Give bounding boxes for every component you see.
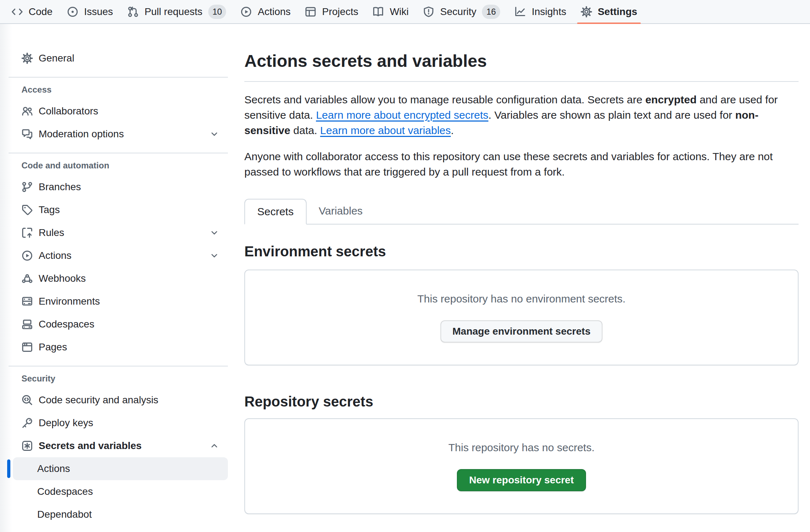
sidebar-item-label: General [39,53,74,64]
page-title: Actions secrets and variables [244,50,799,72]
sidebar-item-label: Environments [39,296,100,307]
sidebar-item-label: Dependabot [37,509,92,520]
paragraph-text: . [451,124,454,136]
tag-icon [21,204,33,216]
sidebar-item-label: Pages [39,341,67,353]
sidebar-item-rules[interactable]: Rules [13,221,228,244]
sidebar-item-dependabot-sub[interactable]: Dependabot [13,503,228,526]
repository-secrets-heading: Repository secrets [244,393,799,410]
sidebar-divider [9,366,228,366]
learn-more-encrypted-secrets-link[interactable]: Learn more about encrypted secrets [316,109,488,121]
webhook-icon [21,273,33,284]
sidebar-item-label: Moderation options [39,128,124,140]
nav-tab-label: Security [440,6,476,18]
secrets-variables-tabs: SecretsVariables [244,198,799,225]
server-icon [21,296,33,307]
count-badge: 10 [208,5,226,19]
sidebar-item-label: Deploy keys [39,417,93,429]
sidebar-item-codespaces-sub[interactable]: Codespaces [13,480,228,503]
gear-icon [581,6,592,18]
git-pull-request-icon [127,6,139,18]
secrets-icon [21,440,33,452]
paragraph-text: data. [290,124,320,136]
sidebar-item-branches[interactable]: Branches [13,176,228,198]
sidebar-section-title-access: Access [13,80,228,98]
sidebar-item-code-security-and-analysis[interactable]: Code security and analysis [13,389,228,412]
learn-more-variables-link[interactable]: Learn more about variables [320,124,451,136]
sidebar-item-label: Branches [39,181,81,193]
sidebar-item-collaborators[interactable]: Collaborators [13,100,228,123]
environment-secrets-empty-text: This repository has no environment secre… [245,291,798,307]
sidebar-item-pages[interactable]: Pages [13,336,228,359]
new-repository-secret-button[interactable]: New repository secret [457,469,586,491]
sidebar-item-label: Codespaces [39,319,94,330]
sidebar-item-environments[interactable]: Environments [13,290,228,313]
sidebar-item-moderation-options[interactable]: Moderation options [13,123,228,146]
nav-tab-label: Code [29,6,53,18]
environment-secrets-empty-box: This repository has no environment secre… [244,270,799,365]
sidebar-item-actions-sub[interactable]: Actions [13,457,228,480]
people-icon [21,105,33,117]
nav-tab-code[interactable]: Code [6,0,58,23]
repository-secrets-empty-box: This repository has no secrets. New repo… [244,418,799,514]
play-icon [240,6,252,18]
repository-secrets-empty-text: This repository has no secrets. [245,440,798,455]
nav-tab-pull-requests[interactable]: Pull requests10 [122,0,232,23]
sidebar-item-webhooks[interactable]: Webhooks [13,267,228,290]
tab-secrets[interactable]: Secrets [244,199,307,225]
chevron-down-icon [209,129,219,139]
sidebar-item-label: Actions [37,463,70,474]
table-icon [305,6,316,18]
sidebar-item-tags[interactable]: Tags [13,198,228,221]
sidebar-item-codespaces[interactable]: Codespaces [13,313,228,336]
nav-tab-insights[interactable]: Insights [509,0,572,23]
heading-divider [244,81,799,82]
code-icon [11,6,23,18]
key-icon [21,417,33,429]
nav-tab-label: Insights [532,6,566,18]
manage-environment-secrets-button[interactable]: Manage environment secrets [440,320,603,343]
nav-tab-projects[interactable]: Projects [299,0,364,23]
nav-tab-label: Projects [322,6,358,18]
sidebar-item-label: Actions [39,250,72,261]
settings-main: Actions secrets and variables Secrets an… [236,24,810,532]
sidebar-item-label: Codespaces [37,486,93,497]
shield-icon [423,6,434,18]
intro-paragraph: Secrets and variables allow you to manag… [244,92,795,138]
nav-tab-wiki[interactable]: Wiki [367,0,414,23]
sidebar-item-actions[interactable]: Actions [13,244,228,267]
rules-icon [21,227,33,238]
paragraph-text: . Variables are shown as plain text and … [488,109,735,121]
chevron-down-icon [209,228,219,238]
sidebar-item-general[interactable]: General [13,47,228,70]
git-branch-icon [21,181,33,193]
sidebar-section-title-code-and-automation: Code and automation [13,156,228,173]
page-layout: GeneralAccessCollaboratorsModeration opt… [0,24,810,532]
sidebar-item-label: Secrets and variables [39,440,142,452]
codescan-icon [21,394,33,406]
nav-tab-settings[interactable]: Settings [575,0,643,23]
sidebar-item-deploy-keys[interactable]: Deploy keys [13,412,228,434]
tab-variables[interactable]: Variables [307,198,375,224]
browser-icon [21,341,33,353]
sidebar-item-secrets-and-variables[interactable]: Secrets and variables [13,434,228,457]
sidebar-item-label: Rules [39,227,64,238]
nav-tab-issues[interactable]: Issues [61,0,119,23]
graph-icon [514,6,526,18]
nav-tab-actions[interactable]: Actions [235,0,296,23]
play-icon [21,250,33,261]
comment-discussion-icon [21,128,33,140]
environment-secrets-heading: Environment secrets [244,242,799,260]
book-icon [372,6,384,18]
codespaces-icon [21,319,33,330]
sidebar-item-label: Tags [39,204,60,216]
sidebar-divider [9,153,228,153]
sidebar-item-label: Code security and analysis [39,394,158,406]
gear-icon [21,53,33,64]
chevron-up-icon [209,441,219,451]
bold-text: encrypted [645,94,697,105]
nav-tab-security[interactable]: Security16 [417,0,506,23]
repo-tab-nav: CodeIssuesPull requests10ActionsProjects… [0,0,810,24]
nav-tab-label: Wiki [390,6,409,18]
chevron-down-icon [209,251,219,261]
